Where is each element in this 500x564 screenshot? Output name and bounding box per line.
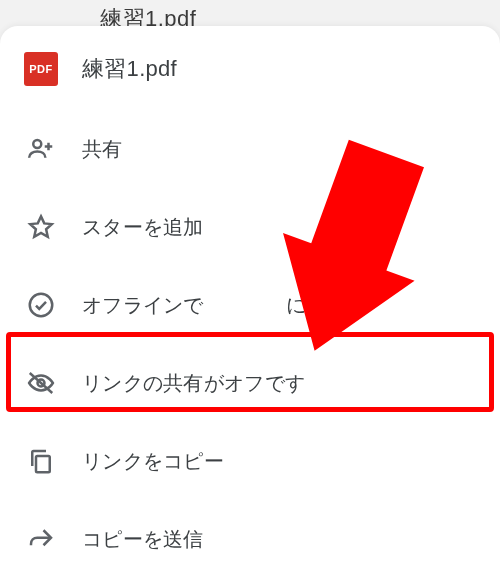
- menu-item-copy-link[interactable]: リンクをコピー: [0, 422, 500, 500]
- svg-rect-3: [36, 456, 50, 472]
- svg-point-0: [33, 140, 41, 148]
- star-icon: [24, 210, 58, 244]
- menu-item-star[interactable]: スターを追加: [0, 188, 500, 266]
- menu-item-link-sharing[interactable]: リンクの共有がオフです: [0, 344, 500, 422]
- offline-icon: [24, 288, 58, 322]
- menu-label: 共有: [82, 136, 123, 163]
- menu-item-share[interactable]: 共有: [0, 110, 500, 188]
- menu-item-offline[interactable]: オフラインでXXXXXXにする: [0, 266, 500, 344]
- visibility-off-icon: [24, 366, 58, 400]
- send-icon: [24, 522, 58, 556]
- copy-icon: [24, 444, 58, 478]
- menu-label: リンクをコピー: [82, 448, 224, 475]
- pdf-badge-text: PDF: [29, 63, 53, 75]
- menu-label: スターを追加: [82, 214, 204, 241]
- menu-item-send-copy[interactable]: コピーを送信: [0, 500, 500, 564]
- person-add-icon: [24, 132, 58, 166]
- menu-label: リンクの共有がオフです: [82, 370, 305, 397]
- svg-point-1: [30, 294, 53, 317]
- pdf-icon: PDF: [24, 52, 58, 86]
- action-menu: 共有 スターを追加 オフラインでXXXXXXにする: [0, 110, 500, 564]
- menu-label: オフラインでXXXXXXにする: [82, 292, 347, 319]
- bottom-sheet: PDF 練習1.pdf 共有 スターを追加: [0, 26, 500, 564]
- menu-label: コピーを送信: [82, 526, 204, 553]
- file-header: PDF 練習1.pdf: [0, 42, 500, 110]
- file-name: 練習1.pdf: [82, 54, 177, 84]
